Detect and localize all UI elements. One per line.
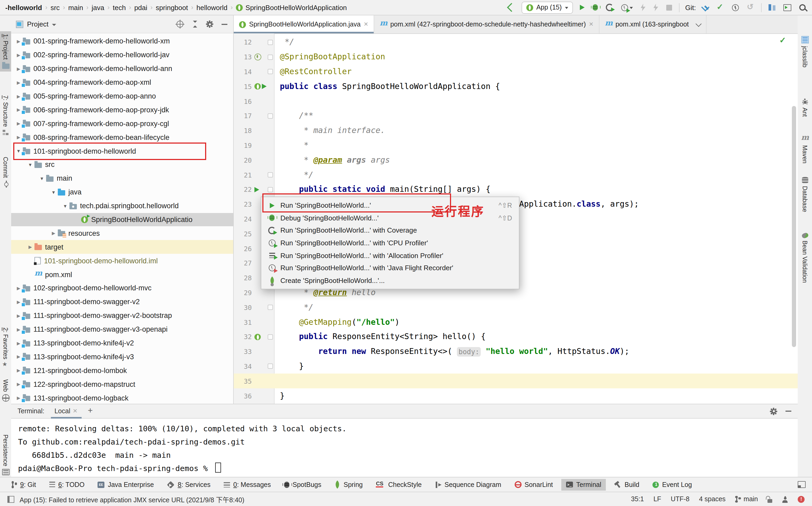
code-line[interactable]: 34 } — [234, 359, 798, 374]
breadcrumb-item[interactable]: helloworld — [196, 3, 227, 11]
breadcrumb-item[interactable]: src — [51, 3, 60, 11]
tree-item[interactable]: ▼src — [11, 158, 233, 172]
fold-icon[interactable] — [268, 305, 273, 310]
status-lf[interactable]: LF — [654, 495, 661, 503]
tree-item[interactable]: ▼main — [11, 172, 233, 185]
menu-item-run-springboothelloworld-with-coverage[interactable]: Run 'SpringBootHelloWorld...' with Cover… — [261, 224, 519, 237]
tree-item[interactable]: ▶target — [11, 240, 233, 254]
tree-item[interactable]: ▶008-spring-framework-demo-bean-lifecycl… — [11, 130, 233, 144]
tool-stripe-7-structure[interactable]: 7: Structure — [0, 93, 11, 138]
editor-tab[interactable]: SpringBootHelloWorldApplication.java — [234, 15, 375, 33]
tree-item[interactable]: pom.xml — [11, 268, 233, 281]
fold-icon[interactable] — [268, 69, 273, 74]
coverage-button[interactable] — [605, 3, 614, 12]
chevron-down-icon[interactable] — [696, 21, 702, 27]
tool-stripe-database[interactable]: Database — [798, 174, 812, 215]
code-line[interactable]: 21 */ — [234, 167, 798, 182]
search-button[interactable] — [798, 3, 807, 12]
code-line[interactable]: 30 */ — [234, 300, 798, 315]
code-line[interactable]: 36} — [234, 389, 798, 403]
toolwindow-button-event-log[interactable]: Event Log — [648, 479, 697, 490]
code-line[interactable]: 19 * — [234, 138, 798, 153]
fold-icon[interactable] — [268, 40, 273, 45]
code-line[interactable]: 32 public ResponseEntity<String> hello()… — [234, 330, 798, 344]
toolwindow-button-spring[interactable]: Spring — [330, 479, 367, 490]
profiler-button[interactable] — [620, 3, 634, 12]
breadcrumb-item-class[interactable]: SpringBootHelloWorldApplication — [245, 3, 347, 11]
tool-stripe-persistence[interactable]: Persistence — [0, 432, 11, 478]
fold-icon[interactable] — [268, 54, 273, 60]
tree-item[interactable]: ▶131-springboot-demo-logback — [11, 391, 233, 404]
code-line[interactable]: 20 * @param args args — [234, 153, 798, 168]
tool-stripe-ant[interactable]: Ant — [798, 96, 812, 119]
collapse-all-button[interactable] — [191, 20, 199, 28]
chevron-down-icon[interactable]: ▼ — [49, 189, 58, 195]
toolwindow-button-9-git[interactable]: 9: Git — [6, 479, 41, 490]
editor-tab[interactable]: pom.xml (163-springboot — [599, 15, 706, 33]
terminal-tab-local[interactable]: Local — [51, 404, 81, 418]
code-line[interactable]: 33 return new ResponseEntity<>( body: "h… — [234, 344, 798, 359]
breadcrumb-item[interactable]: pdai — [134, 3, 147, 11]
code-line[interactable]: 13@SpringBootApplication — [234, 50, 798, 65]
code-line[interactable]: 12 */ — [234, 35, 798, 50]
tree-item[interactable]: ▶005-spring-framework-demo-aop-anno — [11, 89, 233, 103]
toolwindow-button-0-messages[interactable]: 0: Messages — [219, 479, 275, 490]
tree-item[interactable]: ▶111-springboot-demo-swagger-v2 — [11, 295, 233, 309]
window-button[interactable] — [782, 3, 792, 12]
status-utf-8[interactable]: UTF-8 — [671, 495, 689, 503]
hide-panel-button[interactable] — [786, 411, 791, 412]
menu-item-run-springboothelloworld-with-java-fligh[interactable]: Run 'SpringBootHelloWorld...' with 'Java… — [261, 262, 519, 274]
update-project-button[interactable] — [702, 3, 710, 11]
toolwindow-button-8-services[interactable]: 8: Services — [162, 479, 216, 490]
tree-item[interactable]: ▶121-springboot-demo-lombok — [11, 364, 233, 377]
run-button[interactable] — [579, 4, 586, 11]
status-main[interactable]: main — [735, 495, 758, 503]
editor-tab[interactable]: pom.xml (427-springboot-demo-schedule-ne… — [375, 15, 600, 33]
fold-icon[interactable] — [268, 187, 273, 192]
tree-item[interactable]: ▶111-springboot-demo-swagger-v3-openapi — [11, 322, 233, 336]
breadcrumb-item[interactable]: springboot — [156, 3, 188, 11]
new-terminal-button[interactable] — [88, 407, 94, 415]
chevron-down-icon[interactable]: ▼ — [37, 176, 46, 181]
toolwindow-button-terminal[interactable]: Terminal — [561, 479, 606, 490]
status-35-1[interactable]: 35:1 — [631, 495, 644, 503]
tree-item[interactable]: ▶113-springboot-demo-knife4j-v3 — [11, 350, 233, 364]
code-line[interactable]: 15public class SpringBootHelloWorldAppli… — [234, 79, 798, 94]
code-line[interactable]: 35 — [234, 374, 798, 389]
toolwindow-button-sequence-diagram[interactable]: Sequence Diagram — [430, 479, 506, 490]
fold-icon[interactable] — [268, 113, 273, 119]
terminal-output[interactable]: remote: Resolving deltas: 100% (10/10), … — [11, 419, 798, 477]
fold-icon[interactable] — [268, 364, 273, 369]
tree-item[interactable]: SpringBootHelloWorldApplicatio — [11, 213, 233, 227]
menu-item-create-springboothelloworld-[interactable]: Create 'SpringBootHelloWorld...'... — [261, 274, 519, 287]
debug-button[interactable] — [591, 3, 599, 12]
tree-item[interactable]: ▶003-spring-framework-demo-helloworld-an… — [11, 62, 233, 76]
tree-item[interactable]: ▶004-spring-framework-demo-aop-xml — [11, 76, 233, 89]
tree-item[interactable]: ▶resources — [11, 227, 233, 240]
tree-item[interactable]: ▶006-spring-framework-demo-aop-proxy-jdk — [11, 103, 233, 117]
close-icon[interactable] — [73, 407, 78, 415]
commit-button[interactable] — [716, 3, 725, 12]
layout-button[interactable] — [798, 481, 806, 488]
compare-button[interactable] — [767, 3, 777, 12]
code-line[interactable]: 17 /** — [234, 109, 798, 123]
status-unlock-icon[interactable] — [767, 496, 772, 503]
tree-item[interactable]: ▶007-spring-framework-demo-aop-proxy-cgl — [11, 117, 233, 131]
status-4-spaces[interactable]: 4 spaces — [699, 495, 726, 503]
hide-button[interactable] — [221, 22, 229, 26]
locate-button[interactable] — [175, 20, 184, 28]
breadcrumb-item[interactable]: -helloworld — [5, 3, 42, 11]
tree-item[interactable]: ▶113-springboot-demo-knife4j-v2 — [11, 336, 233, 350]
toolwindow-icon[interactable] — [7, 496, 14, 503]
breadcrumb-item[interactable]: main — [68, 3, 83, 11]
fold-icon[interactable] — [268, 334, 273, 340]
project-panel-title[interactable]: Project — [27, 20, 49, 28]
tool-stripe-bean-validation[interactable]: Bean Validation — [798, 231, 812, 285]
code-line[interactable]: 16 — [234, 94, 798, 109]
tree-item[interactable]: ▶111-springboot-demo-swagger-v2-bootstra… — [11, 309, 233, 323]
toolwindow-button-checkstyle[interactable]: CheckStyle — [371, 479, 426, 490]
toolwindow-button-sonarlint[interactable]: SonarLint — [510, 479, 558, 490]
tool-stripe-2-favorites[interactable]: 2: Favorites — [0, 325, 11, 371]
tool-stripe-commit[interactable]: Commit — [0, 154, 11, 190]
tree-item[interactable]: ▶122-springboot-demo-mapstruct — [11, 377, 233, 391]
